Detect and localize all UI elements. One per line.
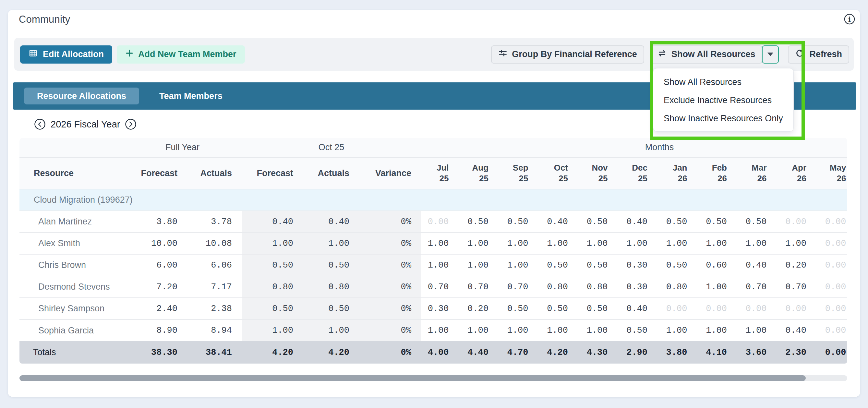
- totals-month-value-cell: 4.20: [540, 341, 580, 364]
- fiscal-year-nav: 2026 Fiscal Year: [34, 118, 137, 130]
- totals-variance-cell: 0%: [359, 341, 421, 364]
- month-column-header: Aug25: [461, 157, 501, 189]
- month-value-cell: 1.00: [739, 319, 779, 341]
- tab-team-members[interactable]: Team Members: [146, 88, 236, 104]
- dropdown-menu-item[interactable]: Show All Resources: [653, 73, 794, 91]
- resource-name-cell: Shirley Sampson: [20, 298, 123, 319]
- previous-year-button[interactable]: [34, 118, 46, 130]
- variance-cell: 0%: [359, 276, 421, 298]
- resource-name-cell: Alex Smith: [20, 232, 123, 254]
- totals-month-value-cell: 4.00: [421, 341, 461, 364]
- month-value-cell: 0.20: [779, 254, 819, 276]
- resource-row: Sophia Garcia8.908.941.001.000%1.001.001…: [20, 319, 847, 341]
- refresh-label: Refresh: [809, 49, 842, 59]
- month-column-header: Sep25: [500, 157, 540, 189]
- month-value-cell: 0.40: [739, 254, 779, 276]
- month-value-cell: 1.00: [500, 319, 540, 341]
- month-value-cell: 0.50: [620, 319, 660, 341]
- month-value-cell: 0.30: [620, 254, 660, 276]
- month-actuals-cell: 0.40: [303, 211, 359, 232]
- month-value-cell: 1.00: [421, 232, 461, 254]
- month-actuals-cell: 0.80: [303, 276, 359, 298]
- project-group-label: Cloud Migration (199627): [20, 189, 847, 211]
- swap-arrows-icon: [657, 48, 667, 60]
- horizontal-scrollbar[interactable]: [20, 375, 847, 381]
- add-team-member-button[interactable]: Add New Team Member: [117, 45, 245, 64]
- month-column-header: Apr26: [779, 157, 819, 189]
- month-value-cell: 0.00: [779, 298, 819, 319]
- month-value-cell: 1.00: [659, 319, 699, 341]
- month-value-cell: 0.20: [461, 298, 501, 319]
- info-icon[interactable]: i: [843, 13, 856, 25]
- dropdown-menu-item[interactable]: Exclude Inactive Resources: [653, 91, 794, 109]
- month-value-cell: 0.50: [500, 211, 540, 232]
- show-resources-dropdown-toggle[interactable]: [762, 45, 779, 64]
- month-actuals-cell: 0.50: [303, 298, 359, 319]
- month-column-header: Feb26: [699, 157, 739, 189]
- month-value-cell: 0.50: [500, 298, 540, 319]
- totals-month-actuals-cell: 4.20: [303, 341, 359, 364]
- month-column-header: Dec25: [620, 157, 660, 189]
- month-value-cell: 0.40: [620, 298, 660, 319]
- totals-month-forecast-cell: 4.20: [242, 341, 303, 364]
- month-value-cell: 0.50: [580, 254, 620, 276]
- svg-text:i: i: [848, 15, 851, 23]
- variance-cell: 0%: [359, 211, 421, 232]
- month-value-cell: 1.00: [580, 319, 620, 341]
- totals-month-value-cell: 3.60: [739, 341, 779, 364]
- totals-month-value-cell: 3.80: [659, 341, 699, 364]
- month-column-header: Jan26: [659, 157, 699, 189]
- totals-month-value-cell: 2.90: [620, 341, 660, 364]
- month-value-cell: 1.00: [421, 254, 461, 276]
- dropdown-menu-item[interactable]: Show Inactive Resources Only: [653, 109, 794, 127]
- plus-icon: [125, 49, 134, 60]
- variance-cell: 0%: [359, 254, 421, 276]
- full-year-group-header: Full Year: [123, 138, 242, 157]
- group-by-label: Group By Financial Reference: [512, 49, 637, 59]
- fy-forecast-cell: 7.20: [123, 276, 187, 298]
- fy-actuals-cell: 10.08: [187, 232, 242, 254]
- month-value-cell: 0.80: [540, 276, 580, 298]
- month-value-cell: 0.50: [659, 211, 699, 232]
- scrollbar-thumb[interactable]: [20, 375, 806, 381]
- resource-name-cell: Sophia Garcia: [20, 319, 123, 341]
- month-value-cell: 0.70: [500, 276, 540, 298]
- month-forecast-cell: 0.80: [242, 276, 303, 298]
- resource-row: Alex Smith10.0010.081.001.000%1.001.001.…: [20, 232, 847, 254]
- fiscal-year-label: 2026 Fiscal Year: [51, 119, 120, 130]
- month-value-cell: 0.80: [580, 276, 620, 298]
- fy-actuals-column-header: Actuals: [187, 157, 242, 189]
- month-column-header: Nov25: [580, 157, 620, 189]
- next-year-button[interactable]: [125, 118, 137, 130]
- group-by-financial-reference-button[interactable]: Group By Financial Reference: [491, 45, 644, 64]
- resource-row: Shirley Sampson2.402.380.500.500%0.300.2…: [20, 298, 847, 319]
- month-actuals-column-header: Actuals: [303, 157, 359, 189]
- month-actuals-cell: 0.50: [303, 254, 359, 276]
- show-all-resources-button[interactable]: Show All Resources: [650, 45, 763, 64]
- month-value-cell: 1.00: [699, 319, 739, 341]
- sliders-icon: [498, 49, 507, 60]
- month-actuals-cell: 1.00: [303, 319, 359, 341]
- tab-resource-allocations[interactable]: Resource Allocations: [24, 88, 139, 104]
- variance-cell: 0%: [359, 232, 421, 254]
- edit-allocation-button[interactable]: Edit Allocation: [20, 45, 112, 64]
- month-value-cell: 0.50: [699, 211, 739, 232]
- resource-column-header: Resource: [20, 157, 123, 189]
- month-value-cell: 1.00: [620, 232, 660, 254]
- months-group-header: Months: [421, 138, 847, 157]
- table-group-header-row: Full Year Oct 25 Months: [20, 138, 847, 157]
- month-value-cell: 0.00: [818, 254, 847, 276]
- month-value-cell: 1.00: [500, 232, 540, 254]
- fy-actuals-cell: 2.38: [187, 298, 242, 319]
- totals-month-value-cell: 4.30: [580, 341, 620, 364]
- month-forecast-column-header: Forecast: [242, 157, 303, 189]
- fy-forecast-cell: 3.80: [123, 211, 187, 232]
- refresh-button[interactable]: Refresh: [788, 45, 849, 64]
- resource-row: Alan Martinez3.803.780.400.400%0.000.500…: [20, 211, 847, 232]
- fy-actuals-cell: 7.17: [187, 276, 242, 298]
- edit-allocation-label: Edit Allocation: [43, 49, 104, 59]
- month-value-cell: 1.00: [421, 319, 461, 341]
- month-value-cell: 1.00: [739, 232, 779, 254]
- totals-month-value-cell: 4.40: [461, 341, 501, 364]
- month-value-cell: 0.50: [580, 298, 620, 319]
